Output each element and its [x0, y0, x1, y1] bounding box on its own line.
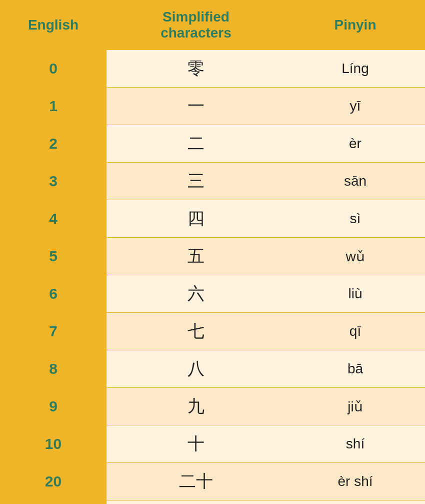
cell-pinyin: qī	[286, 313, 425, 350]
table-row: 100一百yī bǎi	[0, 500, 425, 505]
cell-pinyin: yī	[286, 88, 425, 125]
cell-english: 8	[0, 350, 106, 388]
cell-simplified: 三	[106, 163, 286, 200]
table-row: 5五wǔ	[0, 238, 425, 275]
header-pinyin: Pinyin	[286, 0, 425, 50]
cell-english: 1	[0, 88, 106, 125]
table-row: 4四sì	[0, 200, 425, 238]
cell-simplified: 七	[106, 313, 286, 350]
cell-pinyin: yī bǎi	[286, 500, 425, 505]
cell-english: 6	[0, 275, 106, 313]
cell-pinyin: èr shí	[286, 463, 425, 500]
cell-english: 5	[0, 238, 106, 275]
cell-pinyin: sì	[286, 200, 425, 238]
main-container: English Simplifiedcharacters Pinyin 0零Lí…	[0, 0, 425, 504]
cell-simplified: 二	[106, 125, 286, 163]
header-english: English	[0, 0, 106, 50]
table-row: 9九jiǔ	[0, 388, 425, 425]
cell-pinyin: wǔ	[286, 238, 425, 275]
table-row: 7七qī	[0, 313, 425, 350]
cell-simplified: 一	[106, 88, 286, 125]
table-row: 2二èr	[0, 125, 425, 163]
cell-simplified: 零	[106, 50, 286, 88]
cell-pinyin: sān	[286, 163, 425, 200]
cell-english: 9	[0, 388, 106, 425]
cell-pinyin: jiǔ	[286, 388, 425, 425]
cell-simplified: 四	[106, 200, 286, 238]
table-row: 3三sān	[0, 163, 425, 200]
cell-english: 10	[0, 425, 106, 463]
cell-simplified: 九	[106, 388, 286, 425]
cell-english: 20	[0, 463, 106, 500]
cell-pinyin: shí	[286, 425, 425, 463]
cell-english: 0	[0, 50, 106, 88]
cell-simplified: 十	[106, 425, 286, 463]
table-row: 1一yī	[0, 88, 425, 125]
cell-simplified: 二十	[106, 463, 286, 500]
cell-pinyin: èr	[286, 125, 425, 163]
cell-simplified: 五	[106, 238, 286, 275]
table-row: 6六liù	[0, 275, 425, 313]
cell-english: 7	[0, 313, 106, 350]
cell-pinyin: liù	[286, 275, 425, 313]
cell-english: 2	[0, 125, 106, 163]
table-row: 8八bā	[0, 350, 425, 388]
numbers-table: English Simplifiedcharacters Pinyin 0零Lí…	[0, 0, 425, 504]
cell-pinyin: bā	[286, 350, 425, 388]
cell-english: 100	[0, 500, 106, 505]
header-simplified: Simplifiedcharacters	[106, 0, 286, 50]
cell-english: 4	[0, 200, 106, 238]
table-row: 10十shí	[0, 425, 425, 463]
cell-english: 3	[0, 163, 106, 200]
cell-simplified: 一百	[106, 500, 286, 505]
cell-simplified: 八	[106, 350, 286, 388]
cell-simplified: 六	[106, 275, 286, 313]
cell-pinyin: Líng	[286, 50, 425, 88]
table-row: 20二十èr shí	[0, 463, 425, 500]
table-header-row: English Simplifiedcharacters Pinyin	[0, 0, 425, 50]
table-row: 0零Líng	[0, 50, 425, 88]
